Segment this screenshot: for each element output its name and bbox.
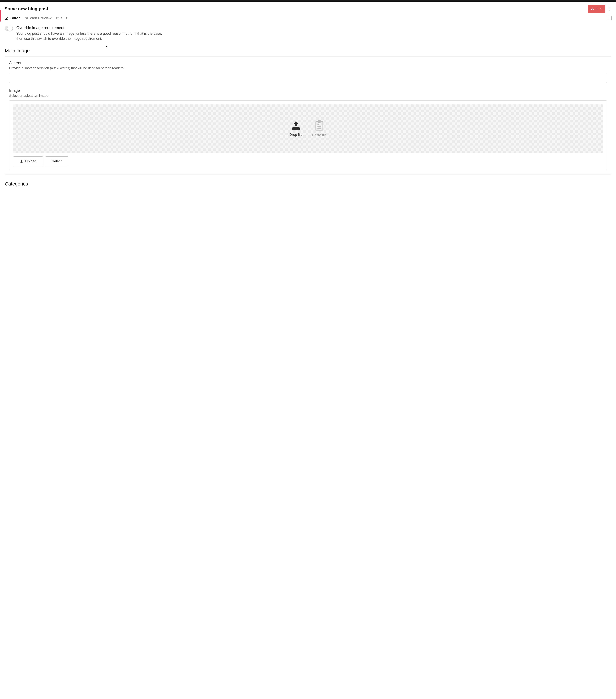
image-dropzone[interactable]: Drop file xyxy=(13,104,603,153)
active-document-accent xyxy=(0,10,1,22)
override-image-description: Your blog post should have an image, unl… xyxy=(16,31,167,41)
image-description: Select or upload an image xyxy=(9,94,607,97)
upload-button[interactable]: Upload xyxy=(13,157,43,166)
svg-rect-6 xyxy=(56,17,59,19)
svg-point-4 xyxy=(610,10,611,11)
svg-rect-14 xyxy=(318,120,321,122)
alt-text-input[interactable] xyxy=(9,73,607,83)
view-tabs-row: Editor Web Preview SEO xyxy=(0,14,616,22)
svg-point-5 xyxy=(26,18,27,18)
svg-rect-18 xyxy=(21,162,23,162)
image-label: Image xyxy=(9,88,607,93)
svg-point-2 xyxy=(610,7,611,8)
chevron-down-icon xyxy=(600,8,603,10)
upload-icon xyxy=(290,120,302,131)
paste-file-label: Paste file xyxy=(312,133,327,137)
override-image-toggle[interactable] xyxy=(5,26,13,31)
drop-file-target: Drop file xyxy=(290,120,303,137)
select-button[interactable]: Select xyxy=(45,157,68,166)
clipboard-icon xyxy=(314,120,324,131)
toggle-knob xyxy=(7,26,13,31)
alt-text-description: Provide a short description (a few words… xyxy=(9,66,607,70)
svg-point-3 xyxy=(610,9,611,9)
tab-seo[interactable]: SEO xyxy=(56,16,68,20)
tab-label: SEO xyxy=(61,16,68,20)
document-header: Some new blog post 1 xyxy=(0,2,616,13)
validation-warning-chip[interactable]: 1 xyxy=(588,5,605,13)
image-field: Image Select or upload an image xyxy=(9,88,607,170)
main-image-card: Alt text Provide a short description (a … xyxy=(5,56,611,174)
tab-label: Web Preview xyxy=(30,16,52,20)
main-image-section-title: Main image xyxy=(5,48,611,53)
drop-file-label: Drop file xyxy=(290,133,303,137)
image-upload-container: Drop file xyxy=(9,101,607,170)
window-top-strip xyxy=(0,0,616,2)
svg-point-11 xyxy=(297,129,298,130)
split-pane-toggle[interactable] xyxy=(607,16,612,20)
document-menu-button[interactable] xyxy=(608,5,612,12)
alt-text-label: Alt text xyxy=(9,61,607,65)
alt-text-field: Alt text Provide a short description (a … xyxy=(9,61,607,83)
select-button-label: Select xyxy=(52,159,62,163)
tab-editor[interactable]: Editor xyxy=(4,16,20,20)
warning-count: 1 xyxy=(596,7,598,11)
override-image-field: Override image requirement Your blog pos… xyxy=(5,26,611,41)
categories-section-title: Categories xyxy=(5,181,611,187)
upload-button-label: Upload xyxy=(25,159,37,163)
tab-label: Editor xyxy=(10,16,20,20)
pencil-icon xyxy=(4,16,8,20)
paste-file-target: Paste file xyxy=(312,120,327,137)
browser-icon xyxy=(56,16,59,20)
warning-icon xyxy=(591,7,594,11)
eye-icon xyxy=(24,16,28,20)
upload-small-icon xyxy=(20,159,23,163)
svg-rect-10 xyxy=(292,128,300,130)
override-image-label: Override image requirement xyxy=(16,26,611,30)
document-title: Some new blog post xyxy=(4,6,48,11)
tab-web-preview[interactable]: Web Preview xyxy=(24,16,52,20)
svg-point-12 xyxy=(298,129,299,130)
